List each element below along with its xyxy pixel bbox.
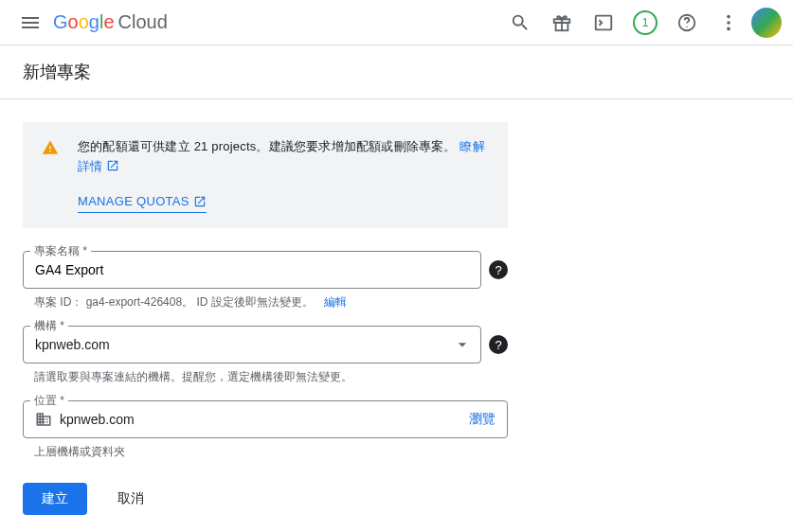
search-button[interactable] xyxy=(501,4,539,42)
notice-bold: 21 projects xyxy=(194,139,257,153)
manage-quotas-link[interactable]: MANAGE QUOTAS xyxy=(78,192,207,214)
badge-count: 1 xyxy=(633,10,658,35)
quota-notice: 您的配額還可供建立 21 projects。建議您要求增加配額或刪除專案。 瞭解… xyxy=(23,122,508,228)
project-name-group: 專案名稱 * ? 專案 ID： ga4-export-426408。 ID 設定… xyxy=(23,251,508,310)
more-vert-icon xyxy=(718,12,739,33)
organization-helper: 請選取要與專案連結的機構。提醒您，選定機構後即無法變更。 xyxy=(23,369,508,385)
location-group: 位置 * kpnweb.com 瀏覽 上層機構或資料夾 xyxy=(23,400,508,460)
svg-point-6 xyxy=(727,14,730,18)
external-link-icon xyxy=(193,195,207,208)
organization-select[interactable]: kpnweb.com xyxy=(23,326,481,364)
notice-text-post: 。建議您要求增加配額或刪除專案。 xyxy=(256,139,456,153)
create-button[interactable]: 建立 xyxy=(23,483,87,515)
organization-label: 機構 * xyxy=(30,318,68,334)
page-title: 新增專案 xyxy=(23,61,770,83)
notifications-button[interactable]: 1 xyxy=(626,4,664,42)
more-button[interactable] xyxy=(710,4,748,42)
organization-group: 機構 * kpnweb.com ? 請選取要與專案連結的機構。提醒您，選定機構後… xyxy=(23,326,508,385)
svg-rect-3 xyxy=(596,15,612,29)
project-name-input[interactable] xyxy=(23,251,481,289)
project-id-value: ga4-export-426408 xyxy=(86,295,182,309)
location-label: 位置 * xyxy=(30,393,68,409)
location-value: kpnweb.com xyxy=(60,412,461,427)
search-icon xyxy=(510,12,531,33)
header: Google Cloud 1 xyxy=(0,0,793,45)
browse-button[interactable]: 瀏覽 xyxy=(469,411,496,428)
subheader: 新增專案 xyxy=(0,45,793,99)
gift-icon xyxy=(551,12,572,33)
content: 您的配額還可供建立 21 projects。建議您要求增加配額或刪除專案。 瞭解… xyxy=(0,99,531,532)
action-bar: 建立 取消 xyxy=(23,483,508,515)
location-helper: 上層機構或資料夾 xyxy=(23,444,508,460)
project-id-helper: 專案 ID： ga4-export-426408。 ID 設定後即無法變更。 編… xyxy=(23,294,508,310)
terminal-button[interactable] xyxy=(585,4,622,42)
external-link-icon xyxy=(106,159,119,172)
svg-point-5 xyxy=(686,26,687,27)
help-icon xyxy=(676,12,697,33)
organization-value: kpnweb.com xyxy=(35,337,110,352)
edit-id-link[interactable]: 編輯 xyxy=(324,295,347,309)
svg-point-7 xyxy=(727,21,730,25)
menu-button[interactable] xyxy=(11,4,49,42)
google-logo-text: Google xyxy=(53,11,115,33)
help-tooltip-icon[interactable]: ? xyxy=(489,260,508,279)
logo[interactable]: Google Cloud xyxy=(53,11,168,33)
avatar[interactable] xyxy=(751,8,782,38)
location-field: kpnweb.com 瀏覽 xyxy=(23,400,508,438)
help-tooltip-icon[interactable]: ? xyxy=(489,335,508,354)
header-actions: 1 xyxy=(501,4,782,42)
svg-point-8 xyxy=(727,27,730,30)
gift-button[interactable] xyxy=(543,4,581,42)
building-icon xyxy=(35,411,52,428)
cloud-text: Cloud xyxy=(118,11,168,33)
help-button[interactable] xyxy=(668,4,706,42)
notice-body: 您的配額還可供建立 21 projects。建議您要求增加配額或刪除專案。 瞭解… xyxy=(78,137,489,213)
project-name-label: 專案名稱 * xyxy=(30,243,91,259)
warning-icon xyxy=(42,139,59,156)
terminal-icon xyxy=(593,12,614,33)
notice-text-pre: 您的配額還可供建立 xyxy=(78,139,194,153)
menu-icon xyxy=(19,11,42,34)
cancel-button[interactable]: 取消 xyxy=(99,483,163,515)
